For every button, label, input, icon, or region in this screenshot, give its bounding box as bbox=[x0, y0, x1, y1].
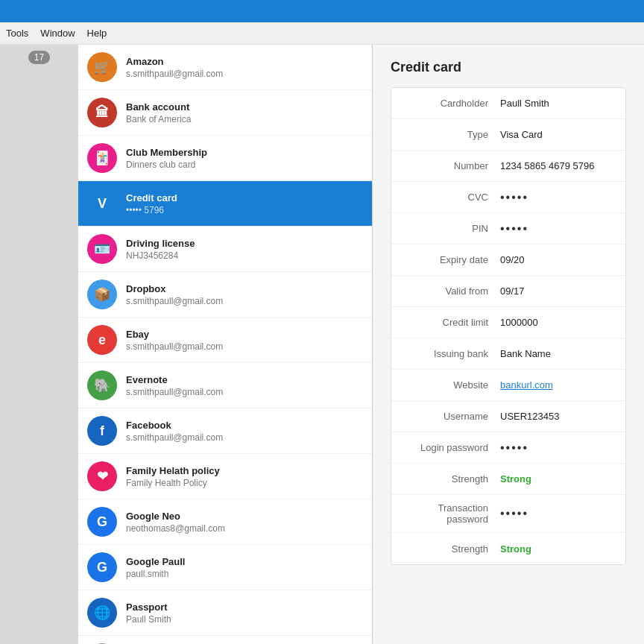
item-sub: NHJ3456284 bbox=[126, 250, 363, 261]
avatar: 📦 bbox=[87, 280, 117, 309]
detail-row: Website bankurl.com bbox=[391, 370, 625, 401]
item-sub: Dinners club card bbox=[126, 160, 363, 170]
detail-label: PIN bbox=[403, 223, 500, 234]
item-title: Driving license bbox=[126, 238, 363, 249]
detail-label: Username bbox=[403, 411, 500, 422]
item-title: Credit card bbox=[126, 192, 363, 203]
item-title: Ebay bbox=[126, 329, 363, 340]
item-info: Amazon s.smithpaull@gmail.com bbox=[126, 56, 363, 79]
detail-value: 1000000 bbox=[500, 317, 538, 328]
item-title: Amazon bbox=[126, 56, 363, 67]
item-sub: s.smithpaull@gmail.com bbox=[126, 387, 363, 397]
main-container: 17 🛒 Amazon s.smithpaull@gmail.com 🏛 Ban… bbox=[0, 45, 644, 644]
detail-value: Strong bbox=[500, 473, 531, 484]
item-title: Facebook bbox=[126, 420, 363, 431]
list-item[interactable]: V Credit card ••••• 5796 bbox=[78, 181, 372, 227]
detail-row: Issuing bank Bank Name bbox=[391, 338, 625, 370]
detail-label: Type bbox=[403, 129, 500, 140]
item-sub: s.smithpaull@gmail.com bbox=[126, 69, 363, 79]
detail-label: Strength bbox=[403, 543, 500, 555]
item-title: Evernote bbox=[126, 374, 363, 385]
avatar: G bbox=[87, 552, 117, 582]
list-item[interactable]: G Google Neo neothomas8@gmail.com bbox=[78, 499, 372, 545]
list-item[interactable]: 🛒 Amazon s.smithpaull@gmail.com bbox=[78, 45, 372, 90]
detail-row: Login password ••••• bbox=[391, 432, 625, 464]
item-sub: ••••• 5796 bbox=[126, 205, 363, 215]
detail-row: Valid from 09/17 bbox=[391, 276, 625, 307]
detail-row: CVC ••••• bbox=[391, 182, 625, 213]
detail-value: ••••• bbox=[500, 222, 528, 236]
list-item[interactable]: 🌐 Passport Paull Smith bbox=[78, 590, 372, 636]
detail-value: 1234 5865 4679 5796 bbox=[500, 160, 595, 171]
detail-label: Valid from bbox=[403, 285, 500, 297]
detail-value: 09/17 bbox=[500, 285, 525, 297]
list-item[interactable]: f Facebook s.smithpaull@gmail.com bbox=[78, 408, 372, 454]
avatar: 🌐 bbox=[87, 598, 117, 628]
detail-label: Credit limit bbox=[403, 317, 500, 328]
item-sub: Family Health Policy bbox=[126, 478, 363, 488]
avatar: V bbox=[87, 189, 117, 218]
detail-card: Cardholder Paull Smith Type Visa Card Nu… bbox=[391, 87, 626, 565]
list-item[interactable]: 🏛 Bank account Bank of America bbox=[78, 90, 372, 136]
menu-window[interactable]: Window bbox=[40, 28, 75, 39]
detail-row: Credit limit 1000000 bbox=[391, 307, 625, 338]
menu-bar: Tools Window Help bbox=[0, 22, 644, 45]
item-info: Dropbox s.smithpaull@gmail.com bbox=[126, 283, 363, 306]
detail-row: Type Visa Card bbox=[391, 119, 625, 151]
list-item[interactable]: ❤ Family Helath policy Family Health Pol… bbox=[78, 454, 372, 499]
list-item[interactable]: 🔑 Password bbox=[78, 636, 372, 644]
item-info: Credit card ••••• 5796 bbox=[126, 192, 363, 215]
avatar: ❤ bbox=[87, 461, 117, 491]
item-title: Bank account bbox=[126, 101, 363, 113]
avatar: f bbox=[87, 416, 117, 446]
item-sub: neothomas8@gmail.com bbox=[126, 523, 363, 534]
item-sub: Paull Smith bbox=[126, 614, 363, 625]
detail-value: USER123453 bbox=[500, 411, 560, 422]
item-title: Passport bbox=[126, 602, 363, 613]
detail-value[interactable]: bankurl.com bbox=[500, 379, 553, 391]
list-item[interactable]: 🃏 Club Membership Dinners club card bbox=[78, 136, 372, 181]
detail-label: Strength bbox=[403, 473, 500, 484]
item-sub: Bank of America bbox=[126, 114, 363, 124]
detail-value: 09/20 bbox=[500, 254, 525, 265]
detail-title: Credit card bbox=[391, 60, 626, 75]
item-title: Google Neo bbox=[126, 511, 363, 522]
detail-value: Paull Smith bbox=[500, 98, 549, 109]
detail-label: CVC bbox=[403, 192, 500, 203]
detail-row: Strength Strong bbox=[391, 464, 625, 495]
detail-label: Login password bbox=[403, 442, 500, 453]
list-item[interactable]: 🐘 Evernote s.smithpaull@gmail.com bbox=[78, 363, 372, 408]
item-sub: s.smithpaull@gmail.com bbox=[126, 296, 363, 306]
list-item[interactable]: 📦 Dropbox s.smithpaull@gmail.com bbox=[78, 272, 372, 318]
detail-row: PIN ••••• bbox=[391, 213, 625, 244]
item-info: Driving license NHJ3456284 bbox=[126, 238, 363, 261]
item-info: Ebay s.smithpaull@gmail.com bbox=[126, 329, 363, 352]
detail-row: Username USER123453 bbox=[391, 401, 625, 432]
avatar: G bbox=[87, 507, 117, 537]
item-title: Google Paull bbox=[126, 556, 363, 567]
avatar: 🐘 bbox=[87, 370, 117, 400]
detail-label: Issuing bank bbox=[403, 348, 500, 359]
detail-row: Strength Strong bbox=[391, 533, 625, 564]
item-info: Passport Paull Smith bbox=[126, 602, 363, 625]
avatar: 🪪 bbox=[87, 234, 117, 264]
detail-row: Cardholder Paull Smith bbox=[391, 88, 625, 119]
menu-help[interactable]: Help bbox=[87, 28, 107, 39]
detail-panel: Credit card Cardholder Paull Smith Type … bbox=[373, 45, 644, 644]
detail-value: Bank Name bbox=[500, 348, 551, 359]
title-bar bbox=[0, 0, 644, 22]
detail-label: Expiry date bbox=[403, 254, 500, 265]
detail-row: Number 1234 5865 4679 5796 bbox=[391, 151, 625, 182]
left-panel: 17 bbox=[0, 45, 78, 644]
avatar: 🃏 bbox=[87, 143, 117, 173]
list-item[interactable]: 🪪 Driving license NHJ3456284 bbox=[78, 227, 372, 272]
menu-tools[interactable]: Tools bbox=[6, 28, 28, 39]
avatar: 🏛 bbox=[87, 98, 117, 127]
list-item[interactable]: e Ebay s.smithpaull@gmail.com bbox=[78, 318, 372, 363]
detail-value: Visa Card bbox=[500, 129, 543, 140]
list-item[interactable]: G Google Paull paull.smith bbox=[78, 545, 372, 590]
detail-value: ••••• bbox=[500, 191, 528, 204]
item-info: Family Helath policy Family Health Polic… bbox=[126, 465, 363, 488]
detail-label: Number bbox=[403, 160, 500, 171]
item-title: Dropbox bbox=[126, 283, 363, 294]
